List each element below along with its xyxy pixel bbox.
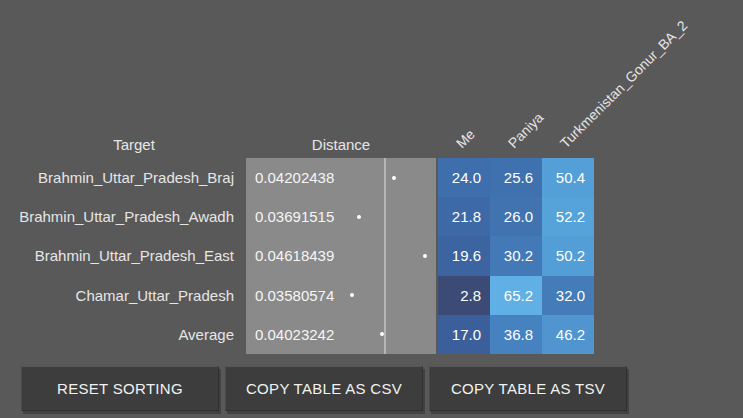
table-body: Brahmin_Uttar_Pradesh_Braj 0.04202438 24… xyxy=(0,158,594,354)
column-header-me[interactable]: Me xyxy=(438,0,490,158)
distance-dot-marker xyxy=(350,293,354,297)
column-header-target[interactable]: Target xyxy=(30,0,238,158)
distance-cell: 0.04618439 xyxy=(246,236,436,275)
distance-value: 0.04618439 xyxy=(255,247,334,264)
heatmap-cell: 21.8 xyxy=(438,197,490,236)
table-row: Brahmin_Uttar_Pradesh_East 0.04618439 19… xyxy=(0,236,594,275)
heatmap-cell: 50.4 xyxy=(542,158,594,197)
target-cell: Average xyxy=(0,315,246,354)
column-header-turkmenistan-gonur-ba-2[interactable]: Turkmenistan_Gonur_BA_2 xyxy=(542,0,594,158)
heatmap-cell: 50.2 xyxy=(542,236,594,275)
table-row: Brahmin_Uttar_Pradesh_Braj 0.04202438 24… xyxy=(0,158,594,197)
heatmap-cell: 30.2 xyxy=(490,236,542,275)
action-bar: RESET SORTING COPY TABLE AS CSV COPY TAB… xyxy=(21,366,627,411)
heatmap-cell: 32.0 xyxy=(542,276,594,315)
reset-sorting-button[interactable]: RESET SORTING xyxy=(21,366,219,411)
distance-dot-marker xyxy=(357,215,361,219)
distance-cell: 0.04023242 xyxy=(246,315,436,354)
column-header-paniya-label: Paniya xyxy=(505,109,547,151)
column-header-me-label: Me xyxy=(453,126,478,151)
distance-dot-marker xyxy=(392,176,396,180)
heatmap-cell: 52.2 xyxy=(542,197,594,236)
distance-value: 0.04202438 xyxy=(255,169,334,186)
distance-value: 0.03691515 xyxy=(255,208,334,225)
copy-table-tsv-button[interactable]: COPY TABLE AS TSV xyxy=(429,366,627,411)
distance-cell: 0.03580574 xyxy=(246,276,436,315)
table-row: Chamar_Uttar_Pradesh 0.03580574 2.8 65.2… xyxy=(0,276,594,315)
distance-value: 0.04023242 xyxy=(255,326,334,343)
distance-cell: 0.04202438 xyxy=(246,158,436,197)
target-cell: Brahmin_Uttar_Pradesh_Braj xyxy=(0,158,246,197)
table-row-average: Average 0.04023242 17.0 36.8 46.2 xyxy=(0,315,594,354)
copy-table-csv-button[interactable]: COPY TABLE AS CSV xyxy=(225,366,423,411)
target-cell: Chamar_Uttar_Pradesh xyxy=(0,276,246,315)
column-header-paniya[interactable]: Paniya xyxy=(490,0,542,158)
column-header-distance[interactable]: Distance xyxy=(246,0,436,158)
heatmap-cell: 24.0 xyxy=(438,158,490,197)
distance-value: 0.03580574 xyxy=(255,287,334,304)
distance-dot-marker xyxy=(423,254,427,258)
heatmap-cell: 2.8 xyxy=(438,276,490,315)
distance-cell: 0.03691515 xyxy=(246,197,436,236)
heatmap-cell: 25.6 xyxy=(490,158,542,197)
distance-scale-gridline xyxy=(384,158,386,354)
table-row: Brahmin_Uttar_Pradesh_Awadh 0.03691515 2… xyxy=(0,197,594,236)
heatmap-cell: 17.0 xyxy=(438,315,490,354)
target-cell: Brahmin_Uttar_Pradesh_Awadh xyxy=(0,197,246,236)
column-header-turkmenistan-gonur-ba-2-label: Turkmenistan_Gonur_BA_2 xyxy=(557,17,691,151)
heatmap-cell: 65.2 xyxy=(490,276,542,315)
heatmap-cell: 46.2 xyxy=(542,315,594,354)
heatmap-cell: 26.0 xyxy=(490,197,542,236)
distance-heatmap-table: Target Distance Me Paniya Turkmenistan_G… xyxy=(0,0,743,418)
heatmap-cell: 19.6 xyxy=(438,236,490,275)
target-cell: Brahmin_Uttar_Pradesh_East xyxy=(0,236,246,275)
heatmap-cell: 36.8 xyxy=(490,315,542,354)
